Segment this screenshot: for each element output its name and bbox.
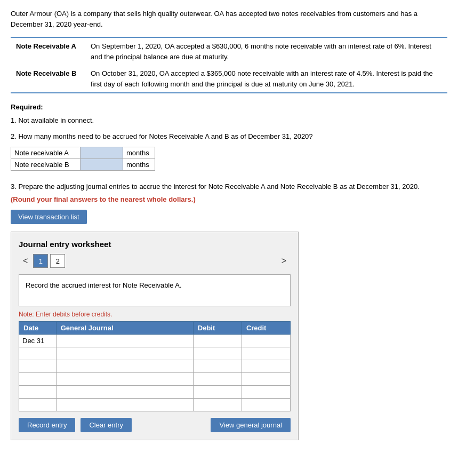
- journal-debit-input[interactable]: [193, 372, 242, 385]
- journal-credit-input[interactable]: [242, 398, 290, 411]
- journal-credit-input[interactable]: [242, 347, 290, 360]
- q1-number: 1.: [11, 116, 17, 124]
- q1-text: Not available in connect.: [18, 116, 94, 124]
- note-description: On September 1, 2020, OA accepted a $630…: [85, 37, 447, 65]
- view-transaction-button[interactable]: View transaction list: [11, 210, 87, 224]
- months-table: Note receivable A months Note receivable…: [11, 147, 155, 171]
- months-input[interactable]: [81, 147, 123, 159]
- journal-credit-input[interactable]: [242, 372, 290, 385]
- general-journal-header: General Journal: [56, 321, 193, 334]
- round-note: (Round your final answers to the nearest…: [11, 195, 447, 203]
- note-description: On October 31, 2020, OA accepted a $365,…: [85, 65, 447, 93]
- journal-table: Date General Journal Debit Credit Dec 31: [19, 321, 291, 411]
- months-row: Note receivable B months: [11, 159, 155, 171]
- debits-note: Note: Enter debits before credits.: [19, 311, 291, 318]
- q3-text: Prepare the adjusting journal entries to…: [18, 183, 419, 191]
- note-label: Note Receivable A: [11, 37, 85, 65]
- journal-credit-input[interactable]: [242, 334, 290, 347]
- months-unit: months: [123, 147, 155, 159]
- page-1-button[interactable]: 1: [33, 254, 48, 268]
- journal-row: [19, 360, 291, 372]
- months-label: Note receivable A: [11, 147, 81, 159]
- journal-gj-input[interactable]: [56, 360, 193, 372]
- next-page-arrow[interactable]: >: [277, 256, 291, 266]
- journal-date: [19, 385, 57, 398]
- journal-gj-input[interactable]: [56, 398, 193, 411]
- journal-credit-input[interactable]: [242, 385, 290, 398]
- journal-date: Dec 31: [19, 334, 57, 347]
- note-row: Note Receivable BOn October 31, 2020, OA…: [11, 65, 447, 93]
- debit-header: Debit: [193, 321, 242, 334]
- required-label: Required:: [11, 103, 447, 111]
- journal-credit-input[interactable]: [242, 360, 290, 372]
- journal-gj-input[interactable]: [56, 347, 193, 360]
- journal-gj-input[interactable]: [56, 334, 193, 347]
- journal-worksheet: Journal entry worksheet < 1 2 > Record t…: [11, 232, 299, 440]
- pagination-row: < 1 2 >: [19, 254, 291, 268]
- clear-entry-button[interactable]: Clear entry: [81, 418, 132, 432]
- view-general-journal-button[interactable]: View general journal: [211, 418, 291, 432]
- question1: 1. Not available in connect.: [11, 115, 447, 126]
- record-entry-button[interactable]: Record entry: [19, 418, 75, 432]
- journal-row: [19, 372, 291, 385]
- journal-debit-input[interactable]: [193, 360, 242, 372]
- journal-gj-input[interactable]: [56, 372, 193, 385]
- prev-page-arrow[interactable]: <: [19, 256, 32, 266]
- journal-row: [19, 398, 291, 411]
- journal-gj-input[interactable]: [56, 385, 193, 398]
- date-header: Date: [19, 321, 57, 334]
- question3: 3. Prepare the adjusting journal entries…: [11, 181, 447, 192]
- journal-row: Dec 31: [19, 334, 291, 347]
- journal-date: [19, 372, 57, 385]
- credit-header: Credit: [242, 321, 290, 334]
- journal-title: Journal entry worksheet: [19, 240, 291, 249]
- journal-row: [19, 347, 291, 360]
- months-label: Note receivable B: [11, 159, 81, 171]
- note-label: Note Receivable B: [11, 65, 85, 93]
- months-input[interactable]: [81, 159, 123, 171]
- record-description-box: Record the accrued interest for Note Rec…: [19, 274, 291, 306]
- q3-number: 3.: [11, 183, 17, 191]
- bottom-buttons: Record entry Clear entry View general jo…: [19, 418, 291, 432]
- question2: 2. How many months need to be accrued fo…: [11, 131, 447, 142]
- journal-date: [19, 347, 57, 360]
- months-row: Note receivable A months: [11, 147, 155, 159]
- note-row: Note Receivable AOn September 1, 2020, O…: [11, 37, 447, 65]
- q2-text: How many months need to be accrued for N…: [18, 132, 312, 140]
- notes-info-table: Note Receivable AOn September 1, 2020, O…: [11, 37, 447, 93]
- journal-debit-input[interactable]: [193, 334, 242, 347]
- intro-text: Outer Armour (OA) is a company that sell…: [11, 9, 447, 29]
- journal-date: [19, 398, 57, 411]
- journal-debit-input[interactable]: [193, 347, 242, 360]
- page-2-button[interactable]: 2: [50, 254, 65, 268]
- journal-date: [19, 360, 57, 372]
- journal-debit-input[interactable]: [193, 398, 242, 411]
- journal-row: [19, 385, 291, 398]
- journal-debit-input[interactable]: [193, 385, 242, 398]
- q2-number: 2.: [11, 132, 17, 140]
- months-unit: months: [123, 159, 155, 171]
